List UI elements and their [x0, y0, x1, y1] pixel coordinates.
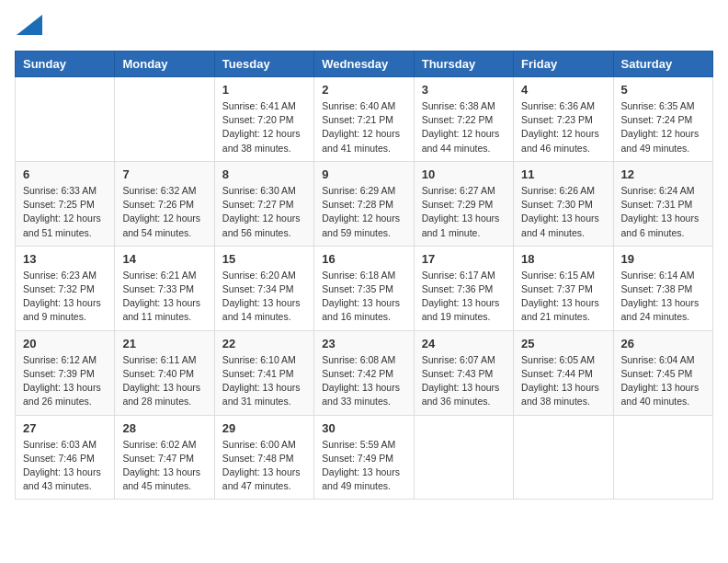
calendar-cell: 28Sunrise: 6:02 AM Sunset: 7:47 PM Dayli…: [115, 415, 214, 500]
day-number: 6: [23, 167, 107, 181]
calendar-cell: 10Sunrise: 6:27 AM Sunset: 7:29 PM Dayli…: [414, 161, 513, 246]
day-info: Sunrise: 6:35 AM Sunset: 7:24 PM Dayligh…: [621, 99, 705, 155]
calendar-week-row: 27Sunrise: 6:03 AM Sunset: 7:46 PM Dayli…: [16, 415, 713, 500]
day-number: 26: [621, 337, 705, 350]
calendar-cell: 24Sunrise: 6:07 AM Sunset: 7:43 PM Dayli…: [414, 330, 513, 415]
day-info: Sunrise: 6:05 AM Sunset: 7:44 PM Dayligh…: [521, 353, 605, 409]
day-of-week-header: Saturday: [613, 52, 712, 77]
day-info: Sunrise: 6:32 AM Sunset: 7:26 PM Dayligh…: [122, 184, 206, 240]
calendar-cell: [414, 415, 513, 500]
day-info: Sunrise: 6:11 AM Sunset: 7:40 PM Dayligh…: [122, 353, 206, 409]
day-number: 10: [422, 167, 506, 181]
day-info: Sunrise: 5:59 AM Sunset: 7:49 PM Dayligh…: [322, 438, 405, 494]
day-of-week-header: Wednesday: [314, 52, 414, 77]
day-of-week-header: Sunday: [16, 52, 115, 77]
day-info: Sunrise: 6:04 AM Sunset: 7:45 PM Dayligh…: [621, 353, 705, 409]
calendar-cell: 3Sunrise: 6:38 AM Sunset: 7:22 PM Daylig…: [414, 77, 513, 162]
day-number: 14: [122, 252, 206, 266]
day-info: Sunrise: 6:29 AM Sunset: 7:28 PM Dayligh…: [322, 184, 405, 240]
calendar-cell: 5Sunrise: 6:35 AM Sunset: 7:24 PM Daylig…: [613, 77, 712, 162]
day-info: Sunrise: 6:12 AM Sunset: 7:39 PM Dayligh…: [23, 353, 107, 409]
calendar-week-row: 13Sunrise: 6:23 AM Sunset: 7:32 PM Dayli…: [16, 246, 713, 330]
day-number: 19: [621, 252, 705, 266]
day-of-week-header: Tuesday: [214, 52, 313, 77]
day-info: Sunrise: 6:03 AM Sunset: 7:46 PM Dayligh…: [23, 438, 107, 494]
day-info: Sunrise: 6:00 AM Sunset: 7:48 PM Dayligh…: [222, 438, 306, 494]
day-number: 12: [621, 167, 705, 181]
calendar-week-row: 6Sunrise: 6:33 AM Sunset: 7:25 PM Daylig…: [16, 161, 713, 246]
day-number: 5: [621, 83, 705, 97]
day-info: Sunrise: 6:33 AM Sunset: 7:25 PM Dayligh…: [23, 184, 107, 240]
calendar-cell: 9Sunrise: 6:29 AM Sunset: 7:28 PM Daylig…: [314, 161, 414, 246]
day-info: Sunrise: 6:23 AM Sunset: 7:32 PM Dayligh…: [23, 269, 107, 325]
day-number: 22: [222, 337, 306, 350]
calendar-cell: [613, 415, 712, 500]
calendar-header-row: SundayMondayTuesdayWednesdayThursdayFrid…: [16, 52, 713, 77]
calendar-cell: 6Sunrise: 6:33 AM Sunset: 7:25 PM Daylig…: [16, 161, 115, 246]
day-info: Sunrise: 6:26 AM Sunset: 7:30 PM Dayligh…: [521, 184, 605, 240]
calendar-cell: [115, 77, 214, 162]
day-number: 13: [23, 252, 107, 266]
day-info: Sunrise: 6:10 AM Sunset: 7:41 PM Dayligh…: [222, 353, 306, 409]
calendar-cell: 25Sunrise: 6:05 AM Sunset: 7:44 PM Dayli…: [514, 330, 613, 415]
calendar-cell: 20Sunrise: 6:12 AM Sunset: 7:39 PM Dayli…: [16, 330, 115, 415]
day-number: 20: [23, 337, 107, 350]
calendar-cell: 8Sunrise: 6:30 AM Sunset: 7:27 PM Daylig…: [214, 161, 313, 246]
calendar-table: SundayMondayTuesdayWednesdayThursdayFrid…: [15, 51, 713, 500]
day-info: Sunrise: 6:17 AM Sunset: 7:36 PM Dayligh…: [422, 269, 506, 325]
calendar-cell: 26Sunrise: 6:04 AM Sunset: 7:45 PM Dayli…: [613, 330, 712, 415]
day-info: Sunrise: 6:07 AM Sunset: 7:43 PM Dayligh…: [422, 353, 506, 409]
day-number: 16: [322, 252, 405, 266]
day-info: Sunrise: 6:40 AM Sunset: 7:21 PM Dayligh…: [322, 99, 405, 155]
day-info: Sunrise: 6:21 AM Sunset: 7:33 PM Dayligh…: [122, 269, 206, 325]
day-number: 2: [322, 83, 405, 97]
calendar-cell: 14Sunrise: 6:21 AM Sunset: 7:33 PM Dayli…: [115, 246, 214, 330]
logo-icon: [17, 15, 42, 35]
page-header: [15, 15, 713, 40]
day-number: 30: [322, 421, 405, 435]
day-info: Sunrise: 6:27 AM Sunset: 7:29 PM Dayligh…: [422, 184, 506, 240]
calendar-cell: [16, 77, 115, 162]
day-of-week-header: Thursday: [414, 52, 513, 77]
day-info: Sunrise: 6:38 AM Sunset: 7:22 PM Dayligh…: [422, 99, 506, 155]
day-number: 21: [122, 337, 206, 350]
day-info: Sunrise: 6:08 AM Sunset: 7:42 PM Dayligh…: [322, 353, 405, 409]
calendar-cell: 27Sunrise: 6:03 AM Sunset: 7:46 PM Dayli…: [16, 415, 115, 500]
day-info: Sunrise: 6:15 AM Sunset: 7:37 PM Dayligh…: [521, 269, 605, 325]
day-info: Sunrise: 6:41 AM Sunset: 7:20 PM Dayligh…: [222, 99, 306, 155]
calendar-cell: 21Sunrise: 6:11 AM Sunset: 7:40 PM Dayli…: [115, 330, 214, 415]
day-info: Sunrise: 6:14 AM Sunset: 7:38 PM Dayligh…: [621, 269, 705, 325]
day-number: 1: [222, 83, 306, 97]
logo: [15, 15, 42, 40]
day-info: Sunrise: 6:18 AM Sunset: 7:35 PM Dayligh…: [322, 269, 405, 325]
calendar-week-row: 1Sunrise: 6:41 AM Sunset: 7:20 PM Daylig…: [16, 77, 713, 162]
day-info: Sunrise: 6:30 AM Sunset: 7:27 PM Dayligh…: [222, 184, 306, 240]
day-number: 25: [521, 337, 605, 350]
day-number: 9: [322, 167, 405, 181]
day-info: Sunrise: 6:02 AM Sunset: 7:47 PM Dayligh…: [122, 438, 206, 494]
day-number: 15: [222, 252, 306, 266]
calendar-cell: 7Sunrise: 6:32 AM Sunset: 7:26 PM Daylig…: [115, 161, 214, 246]
calendar-cell: 23Sunrise: 6:08 AM Sunset: 7:42 PM Dayli…: [314, 330, 414, 415]
day-number: 23: [322, 337, 405, 350]
calendar-cell: 1Sunrise: 6:41 AM Sunset: 7:20 PM Daylig…: [214, 77, 313, 162]
calendar-cell: 11Sunrise: 6:26 AM Sunset: 7:30 PM Dayli…: [514, 161, 613, 246]
day-info: Sunrise: 6:36 AM Sunset: 7:23 PM Dayligh…: [521, 99, 605, 155]
day-of-week-header: Monday: [115, 52, 214, 77]
calendar-week-row: 20Sunrise: 6:12 AM Sunset: 7:39 PM Dayli…: [16, 330, 713, 415]
calendar-cell: 4Sunrise: 6:36 AM Sunset: 7:23 PM Daylig…: [514, 77, 613, 162]
calendar-cell: 19Sunrise: 6:14 AM Sunset: 7:38 PM Dayli…: [613, 246, 712, 330]
day-number: 11: [521, 167, 605, 181]
calendar-cell: 17Sunrise: 6:17 AM Sunset: 7:36 PM Dayli…: [414, 246, 513, 330]
day-number: 18: [521, 252, 605, 266]
calendar-cell: 29Sunrise: 6:00 AM Sunset: 7:48 PM Dayli…: [214, 415, 313, 500]
day-number: 29: [222, 421, 306, 435]
calendar-cell: [514, 415, 613, 500]
day-number: 28: [122, 421, 206, 435]
svg-marker-0: [17, 15, 42, 35]
calendar-cell: 12Sunrise: 6:24 AM Sunset: 7:31 PM Dayli…: [613, 161, 712, 246]
day-number: 7: [122, 167, 206, 181]
day-number: 17: [422, 252, 506, 266]
day-number: 4: [521, 83, 605, 97]
day-number: 24: [422, 337, 506, 350]
